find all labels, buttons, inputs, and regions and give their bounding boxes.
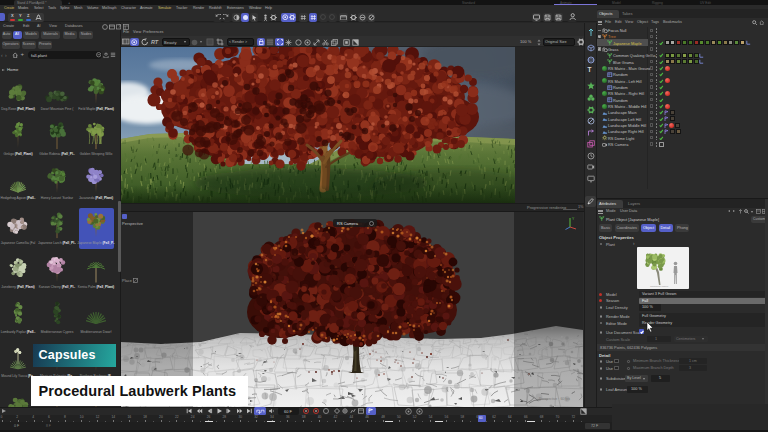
svg-text:Japanese Maple: Japanese Maple [650, 285, 669, 288]
svg-text:Y: Y [572, 217, 575, 221]
